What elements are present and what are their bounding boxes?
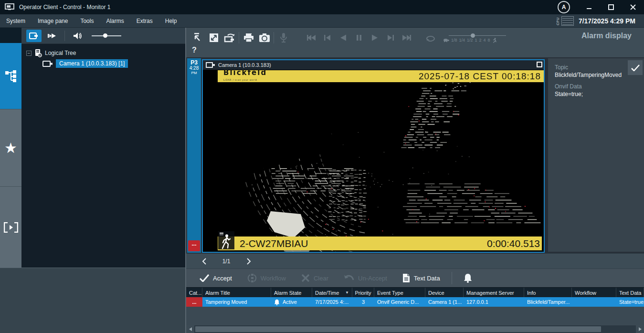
row-category-button[interactable]: ... <box>186 297 202 307</box>
alarm-info-panel: Topic Blickfeld/TamperingMoved Onvif Dat… <box>548 58 644 252</box>
volume-slider-thumb[interactable] <box>103 33 107 38</box>
row-text-data: State=true; <box>616 297 644 307</box>
swap-pane-button[interactable] <box>222 31 237 45</box>
video-pane[interactable]: Camera 1 (10.0.3.183) Blickfeld LiDAR / … <box>202 59 545 253</box>
row-event-type: Onvif Generic D... <box>374 297 425 307</box>
instant-playback-button[interactable] <box>44 30 60 42</box>
check-icon <box>631 64 640 71</box>
server-icon <box>34 49 42 57</box>
undo-arrow-icon <box>344 274 354 282</box>
tree-root-label[interactable]: Logical Tree <box>45 50 76 56</box>
active-bell-icon <box>274 299 280 305</box>
video-pane-header[interactable]: Camera 1 (10.0.3.183) <box>203 60 544 70</box>
help-button[interactable]: ? <box>192 46 197 54</box>
loop-playback-button <box>422 31 438 45</box>
pagination-bar: 1/1 <box>186 253 644 269</box>
tree-root-row[interactable]: − Logical Tree <box>21 48 185 58</box>
menu-system[interactable]: System <box>0 14 32 28</box>
tab-logical-tree[interactable] <box>0 43 21 109</box>
chevron-right-icon <box>247 258 251 265</box>
live-video-button[interactable] <box>26 30 42 42</box>
col-info[interactable]: Info <box>524 288 572 298</box>
alarm-time: 4:28 <box>190 66 199 71</box>
playback-speed-slider[interactable]: 1/8 1/4 1/2 1 2 4 8 <box>443 33 515 43</box>
table-horizontal-scrollbar[interactable] <box>186 325 644 333</box>
skip-end-button <box>398 31 414 45</box>
datetime-display: 7/17/2025 4:29 PM <box>579 17 635 25</box>
video-body[interactable]: Blickfeld LiDAR / scan your world 2025-0… <box>203 70 544 252</box>
col-priority[interactable]: Priority <box>352 288 374 298</box>
alarm-table-row[interactable]: ... Tampering Moved Active 7/17/2025 4:.… <box>186 297 644 307</box>
volume-slider[interactable] <box>92 35 121 36</box>
onvif-data-label: Onvif Data <box>555 83 638 90</box>
clear-label: Clear <box>314 275 328 282</box>
speed-label: 1 <box>475 38 477 43</box>
col-text-data[interactable]: Text Data <box>616 288 644 298</box>
page-count: 1/1 <box>212 258 241 265</box>
col-workflow[interactable]: Workflow <box>572 288 616 298</box>
scroll-left-button[interactable] <box>186 325 194 333</box>
speed-slider-thumb[interactable] <box>471 33 475 38</box>
image-pane-toolbar: 1/8 1/4 1/2 1 2 4 8 ? Alarm display <box>186 28 644 57</box>
print-button[interactable] <box>241 31 256 45</box>
tree-camera-row[interactable]: Camera 1 (10.0.3.183) [1] <box>21 58 185 69</box>
scrollbar-thumb[interactable] <box>195 326 601 332</box>
col-datetime[interactable]: Date/Time▼ <box>312 288 352 298</box>
col-management-server[interactable]: Management Server <box>464 288 524 298</box>
row-workflow <box>572 297 616 307</box>
speed-label: 1/2 <box>467 38 473 43</box>
menu-extras[interactable]: Extras <box>130 14 159 28</box>
collapse-toggle[interactable]: − <box>26 51 32 56</box>
tree-camera-label[interactable]: Camera 1 (10.0.3.183) [1] <box>56 59 128 68</box>
user-badge[interactable]: A <box>558 1 570 13</box>
col-alarm-state[interactable]: Alarm State <box>271 288 312 298</box>
onvif-data-value: State=true; <box>555 91 638 97</box>
camera-node-icon <box>42 61 53 67</box>
menu-help[interactable]: Help <box>159 14 183 28</box>
snapshot-button[interactable] <box>256 31 272 45</box>
tab-bookmarks[interactable] <box>0 186 21 268</box>
scroll-right-button[interactable] <box>636 325 644 333</box>
tab-favorites[interactable]: ★ <box>0 109 21 186</box>
maximize-button[interactable] <box>601 0 622 14</box>
next-page-button[interactable] <box>241 255 257 268</box>
previous-page-button[interactable] <box>196 255 212 268</box>
alarm-audio-button[interactable] <box>456 271 480 285</box>
tree-icon <box>5 70 17 82</box>
lidar-point-cloud[interactable] <box>203 70 544 252</box>
instant-playback-icon <box>47 32 57 39</box>
speed-label: 2 <box>479 38 482 43</box>
audio-button[interactable] <box>70 30 85 42</box>
printer-icon <box>243 33 254 43</box>
restore-layout-button[interactable] <box>190 31 206 45</box>
close-button[interactable] <box>623 0 644 14</box>
accept-button[interactable]: Accept <box>192 271 240 285</box>
minimize-button[interactable] <box>579 0 600 14</box>
menu-alarms[interactable]: Alarms <box>100 14 130 28</box>
alarm-options-button[interactable]: ... <box>188 240 200 251</box>
row-datetime: 7/17/2025 4:... <box>312 297 352 307</box>
col-category[interactable]: Cat... <box>186 288 202 298</box>
row-info: Blickfeld/Tamper... <box>524 297 572 307</box>
app-monitor-icon <box>5 3 14 11</box>
menu-tools[interactable]: Tools <box>74 14 100 28</box>
chevron-left-icon <box>202 258 206 265</box>
menu-image-pane[interactable]: Image pane <box>32 14 74 28</box>
row-priority: 3 <box>352 297 374 307</box>
col-device[interactable]: Device <box>425 288 464 298</box>
maximize-pane-button[interactable] <box>206 31 222 45</box>
operator-client-window: Operator Client - Control - Monitor 1 A … <box>0 0 644 333</box>
skip-end-icon <box>401 34 412 41</box>
alarm-display-title: Alarm display <box>581 32 632 40</box>
accept-check-icon <box>200 274 209 282</box>
col-alarm-title[interactable]: Alarm Title <box>202 288 271 298</box>
pane-camera-title: Camera 1 (10.0.3.183) <box>218 62 271 68</box>
text-data-button[interactable]: Text Data <box>395 271 448 285</box>
pause-icon <box>356 34 362 41</box>
play-icon <box>371 34 378 41</box>
pane-maximize-button[interactable] <box>537 62 542 67</box>
scroll-right-arrow-icon <box>639 327 642 331</box>
col-event-type[interactable]: Event Type <box>374 288 425 298</box>
accept-alarm-check-button[interactable] <box>628 60 643 75</box>
workflow-icon <box>247 273 257 283</box>
